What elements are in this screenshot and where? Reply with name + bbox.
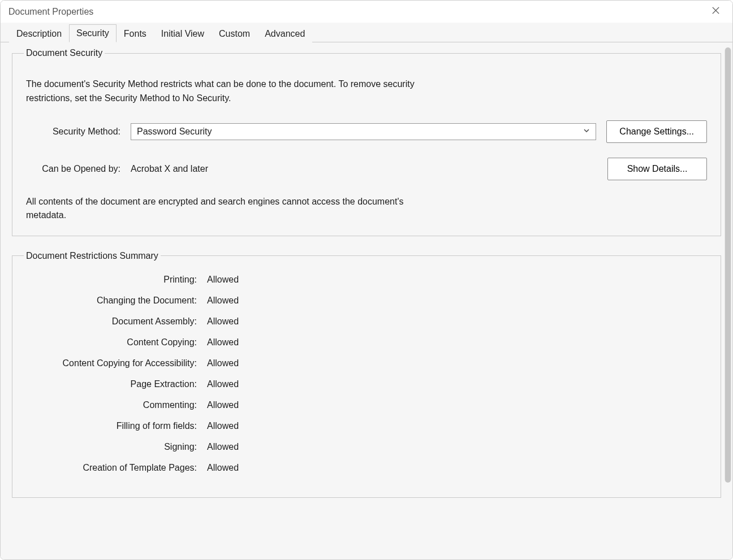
opened-by-row: Can be Opened by: Acrobat X and later Sh…	[26, 158, 707, 180]
dialog-content: Description Security Fonts Initial View …	[1, 23, 732, 559]
security-method-value: Password Security	[137, 127, 212, 137]
encryption-note: All contents of the document are encrypt…	[26, 195, 433, 222]
restriction-value: Allowed	[207, 400, 707, 410]
tab-advanced[interactable]: Advanced	[257, 25, 312, 42]
restriction-label: Commenting:	[26, 400, 207, 410]
restriction-value: Allowed	[207, 421, 707, 431]
restriction-row-assembly: Document Assembly: Allowed	[26, 316, 707, 327]
scrollbar-thumb[interactable]	[725, 47, 731, 483]
restriction-row-page-extraction: Page Extraction: Allowed	[26, 379, 707, 389]
restriction-value: Allowed	[207, 296, 707, 306]
restriction-value: Allowed	[207, 337, 707, 348]
restriction-row-content-copying: Content Copying: Allowed	[26, 337, 707, 348]
document-restrictions-legend: Document Restrictions Summary	[24, 251, 161, 261]
tab-custom[interactable]: Custom	[212, 25, 257, 42]
tab-security[interactable]: Security	[69, 24, 117, 42]
restriction-value: Allowed	[207, 442, 707, 452]
window-title: Document Properties	[8, 7, 706, 17]
tab-pane-security: Document Security The document's Securit…	[1, 42, 732, 559]
tabbar: Description Security Fonts Initial View …	[1, 23, 732, 42]
restriction-label: Content Copying:	[26, 337, 207, 348]
vertical-scrollbar[interactable]	[725, 47, 731, 483]
change-settings-button[interactable]: Change Settings...	[606, 120, 707, 143]
restriction-label: Signing:	[26, 442, 207, 452]
document-restrictions-group: Document Restrictions Summary Printing: …	[12, 251, 721, 498]
restriction-row-signing: Signing: Allowed	[26, 442, 707, 452]
chevron-down-icon	[583, 126, 590, 136]
show-details-button[interactable]: Show Details...	[607, 158, 707, 180]
security-method-label: Security Method:	[26, 127, 131, 137]
close-icon	[712, 6, 720, 17]
document-security-legend: Document Security	[24, 48, 105, 58]
restriction-row-template-pages: Creation of Template Pages: Allowed	[26, 463, 707, 473]
restriction-value: Allowed	[207, 379, 707, 389]
security-method-row: Security Method: Password Security Chang…	[26, 120, 707, 143]
restriction-value: Allowed	[207, 463, 707, 473]
restriction-row-printing: Printing: Allowed	[26, 275, 707, 285]
restriction-row-form-fields: Filling of form fields: Allowed	[26, 421, 707, 431]
restriction-value: Allowed	[207, 316, 707, 327]
restriction-label: Document Assembly:	[26, 316, 207, 327]
restriction-label: Printing:	[26, 275, 207, 285]
restriction-row-changing: Changing the Document: Allowed	[26, 296, 707, 306]
opened-by-label: Can be Opened by:	[26, 164, 131, 174]
tab-initial-view[interactable]: Initial View	[154, 25, 212, 42]
security-method-select[interactable]: Password Security	[131, 123, 596, 140]
tab-fonts[interactable]: Fonts	[117, 25, 154, 42]
titlebar: Document Properties	[1, 1, 732, 23]
restriction-label: Creation of Template Pages:	[26, 463, 207, 473]
restriction-row-accessibility-copying: Content Copying for Accessibility: Allow…	[26, 358, 707, 368]
restriction-label: Changing the Document:	[26, 296, 207, 306]
restriction-row-commenting: Commenting: Allowed	[26, 400, 707, 410]
restriction-value: Allowed	[207, 358, 707, 368]
restriction-label: Content Copying for Accessibility:	[26, 358, 207, 368]
restriction-label: Page Extraction:	[26, 379, 207, 389]
tab-description[interactable]: Description	[9, 25, 69, 42]
restriction-value: Allowed	[207, 275, 707, 285]
security-description: The document's Security Method restricts…	[26, 77, 416, 106]
opened-by-value: Acrobat X and later	[131, 164, 208, 173]
document-security-group: Document Security The document's Securit…	[12, 48, 721, 236]
close-button[interactable]	[706, 3, 725, 21]
restriction-label: Filling of form fields:	[26, 421, 207, 431]
